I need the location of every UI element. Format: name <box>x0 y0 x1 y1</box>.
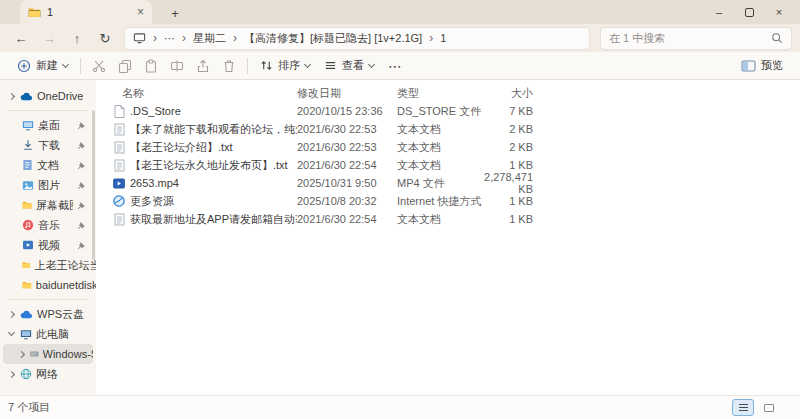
file-size: 7 KB <box>483 105 533 117</box>
chevron-right-icon <box>6 372 16 377</box>
sidebar-item-screenshots[interactable]: 屏幕截图 <box>0 195 96 215</box>
tab-close-icon[interactable]: × <box>137 6 144 18</box>
sidebar-item-folder[interactable]: baidunetdiskdo <box>0 275 96 295</box>
column-header-size[interactable]: 大小 <box>483 86 533 101</box>
window-controls: – × <box>704 0 794 24</box>
breadcrumb-overflow[interactable]: ⋯ <box>164 32 175 45</box>
up-button[interactable]: ↑ <box>64 27 90 49</box>
cut-button[interactable] <box>86 54 112 78</box>
sort-button-label: 排序 <box>278 58 300 73</box>
cut-icon <box>92 59 106 73</box>
large-icons-view-button[interactable] <box>758 399 780 416</box>
sort-button[interactable]: 排序 <box>253 54 317 78</box>
sidebar-item-downloads[interactable]: 下载 <box>0 135 96 155</box>
file-size: 2,278,471 KB <box>483 171 533 195</box>
generic-file-icon <box>112 105 126 118</box>
view-button[interactable]: 查看 <box>317 54 381 78</box>
column-header-date[interactable]: 修改日期 <box>297 86 397 101</box>
file-row[interactable]: .DS_Store 2020/10/15 23:36 DS_STORE 文件 7… <box>96 102 800 120</box>
sidebar-item-folder[interactable]: 上老王论坛当老王 <box>0 255 96 275</box>
sidebar-item-wps-cloud[interactable]: WPS云盘 <box>0 304 96 324</box>
preview-button[interactable]: 预览 <box>734 54 790 78</box>
share-button[interactable] <box>190 54 216 78</box>
breadcrumb[interactable]: › ⋯ › 星期二 › 【高清修复】[标题已隐去] [1v+2.1G] › 1 <box>124 27 590 50</box>
videos-icon <box>22 240 34 250</box>
text-file-icon <box>112 213 126 226</box>
status-bar: 7 个项目 <box>0 395 800 419</box>
search-box <box>600 27 792 50</box>
file-type: MP4 文件 <box>397 176 483 191</box>
file-row[interactable]: 【来了就能下载和观看的论坛，纯免费！】.txt 2021/6/30 22:53 … <box>96 120 800 138</box>
tab-title: 1 <box>47 6 131 18</box>
window-body: OneDrive 桌面 下载 文档 图片 <box>0 80 800 395</box>
drive-icon <box>30 350 39 358</box>
sidebar-item-pictures[interactable]: 图片 <box>0 175 96 195</box>
new-button[interactable]: 新建 <box>10 54 75 78</box>
sidebar-item-label: OneDrive <box>37 90 83 102</box>
new-tab-button[interactable]: + <box>166 6 184 21</box>
chevron-right-icon <box>16 352 26 357</box>
rename-button[interactable] <box>164 54 190 78</box>
sidebar-item-videos[interactable]: 视频 <box>0 235 96 255</box>
internet-shortcut-icon <box>112 195 126 207</box>
folder-icon <box>22 260 30 270</box>
sidebar-item-this-pc[interactable]: 此电脑 <box>0 324 96 344</box>
file-explorer-window: 1 × + – × ← → ↑ ↻ › ⋯ › 星期二 › 【高清修复】[标题已… <box>0 0 800 419</box>
new-button-label: 新建 <box>36 58 58 73</box>
file-date: 2025/10/31 9:50 <box>297 177 397 189</box>
file-row[interactable]: 【老王论坛永久地址发布页】.txt 2021/6/30 22:54 文本文档 1… <box>96 156 800 174</box>
file-size: 1 KB <box>483 195 533 207</box>
file-name: 【来了就能下载和观看的论坛，纯免费！】.txt <box>130 122 297 137</box>
column-header-name[interactable]: 名称 <box>122 86 297 101</box>
sidebar-item-desktop[interactable]: 桌面 <box>0 115 96 135</box>
folder-icon <box>22 200 32 210</box>
sidebar-item-label: WPS云盘 <box>37 307 84 322</box>
maximize-icon <box>745 8 754 17</box>
minimize-button[interactable]: – <box>704 0 734 24</box>
sidebar-item-onedrive[interactable]: OneDrive <box>0 86 96 106</box>
search-input[interactable] <box>609 32 771 44</box>
trash-icon <box>222 59 236 73</box>
pin-icon <box>77 241 86 250</box>
this-pc-icon <box>133 32 146 44</box>
sidebar-item-documents[interactable]: 文档 <box>0 155 96 175</box>
file-row[interactable]: 获取最新地址及APP请发邮箱自动获取.txt 2021/6/30 22:54 文… <box>96 210 800 228</box>
breadcrumb-separator: › <box>427 31 435 45</box>
sidebar-item-music[interactable]: 音乐 <box>0 215 96 235</box>
file-row[interactable]: 【老王论坛介绍】.txt 2021/6/30 22:53 文本文档 2 KB <box>96 138 800 156</box>
breadcrumb-item-current[interactable]: 1 <box>440 32 446 44</box>
close-button[interactable]: × <box>764 0 794 24</box>
explorer-tab[interactable]: 1 × <box>20 0 152 24</box>
item-count: 7 个项目 <box>8 400 50 415</box>
file-row[interactable]: 更多资源 2025/10/8 20:32 Internet 快捷方式 1 KB <box>96 192 800 210</box>
copy-icon <box>118 59 132 73</box>
paste-button[interactable] <box>138 54 164 78</box>
new-circle-plus-icon <box>17 59 31 73</box>
sidebar-item-windows-ssd[interactable]: Windows-SSD <box>3 344 93 364</box>
text-file-icon <box>112 123 126 136</box>
music-icon <box>22 219 34 231</box>
refresh-button[interactable]: ↻ <box>92 27 118 49</box>
file-list-pane: 名称 修改日期 类型 大小 .DS_Store 2020/10/15 23:36… <box>96 80 800 395</box>
details-view-button[interactable] <box>732 399 754 416</box>
file-row[interactable]: 2653.mp4 2025/10/31 9:50 MP4 文件 2,278,47… <box>96 174 800 192</box>
pin-icon <box>77 121 86 130</box>
sidebar-item-label: 此电脑 <box>36 327 69 342</box>
sidebar-scrollbar[interactable] <box>92 110 95 260</box>
folder-icon <box>22 280 32 290</box>
file-size: 2 KB <box>483 141 533 153</box>
file-type: 文本文档 <box>397 158 483 173</box>
downloads-icon <box>22 139 34 151</box>
copy-button[interactable] <box>112 54 138 78</box>
breadcrumb-item-weekday[interactable]: 星期二 <box>193 31 226 46</box>
sidebar-item-network[interactable]: 网络 <box>0 364 96 384</box>
desktop-icon <box>22 120 34 131</box>
delete-button[interactable] <box>216 54 242 78</box>
maximize-button[interactable] <box>734 0 764 24</box>
file-name: 获取最新地址及APP请发邮箱自动获取.txt <box>130 212 297 227</box>
breadcrumb-item-parent-folder[interactable]: 【高清修复】[标题已隐去] [1v+2.1G] <box>244 31 422 46</box>
back-button[interactable]: ← <box>8 27 34 49</box>
column-header-type[interactable]: 类型 <box>397 86 483 101</box>
more-options-button[interactable]: ⋯ <box>381 54 410 78</box>
forward-button[interactable]: → <box>36 27 62 49</box>
